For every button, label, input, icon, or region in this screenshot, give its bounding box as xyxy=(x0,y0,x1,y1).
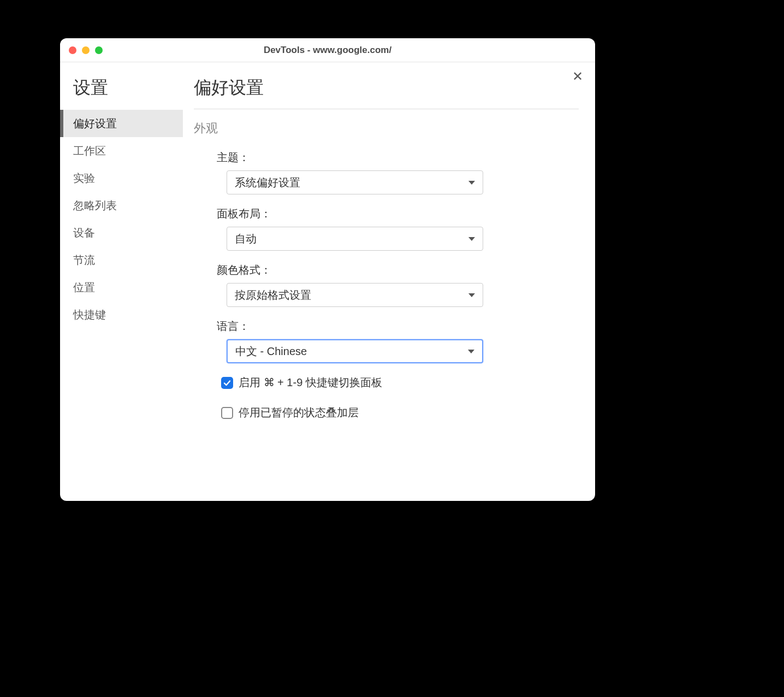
content: ✕ 设置 偏好设置 工作区 实验 忽略列表 设备 节流 位置 快捷键 偏好设置 … xyxy=(60,62,595,501)
sidebar-item-label: 实验 xyxy=(73,172,95,184)
language-select-value: 中文 - Chinese xyxy=(235,344,307,359)
checkbox-icon xyxy=(221,377,233,389)
checkbox-icon xyxy=(221,407,233,419)
sidebar-item-preferences[interactable]: 偏好设置 xyxy=(60,110,183,137)
sidebar-item-experiments[interactable]: 实验 xyxy=(60,164,183,192)
sidebar-item-label: 忽略列表 xyxy=(73,199,117,211)
sidebar-item-label: 工作区 xyxy=(73,145,106,157)
checkbox-disable-overlay[interactable]: 停用已暂停的状态叠加层 xyxy=(194,405,579,420)
language-label: 语言： xyxy=(217,319,579,334)
traffic-lights xyxy=(69,46,103,54)
chevron-down-icon xyxy=(468,293,475,297)
check-icon xyxy=(223,379,231,387)
devtools-settings-window: DevTools - www.google.com/ ✕ 设置 偏好设置 工作区… xyxy=(60,38,595,501)
window-maximize-button[interactable] xyxy=(95,46,103,54)
color-format-label: 颜色格式： xyxy=(217,263,579,277)
page-title: 偏好设置 xyxy=(194,76,579,100)
panel-layout-select-value: 自动 xyxy=(235,232,257,246)
theme-select-value: 系统偏好设置 xyxy=(235,175,300,190)
field-language: 语言： 中文 - Chinese xyxy=(194,319,579,363)
sidebar-item-label: 节流 xyxy=(73,254,95,266)
chevron-down-icon xyxy=(468,350,474,353)
theme-select[interactable]: 系统偏好设置 xyxy=(227,170,483,194)
panel-layout-label: 面板布局： xyxy=(217,206,579,221)
section-appearance-label: 外观 xyxy=(194,120,579,137)
sidebar-item-label: 快捷键 xyxy=(73,309,106,321)
sidebar-item-label: 位置 xyxy=(73,281,95,293)
checkbox-disable-overlay-label: 停用已暂停的状态叠加层 xyxy=(239,405,359,420)
chevron-down-icon xyxy=(468,181,475,185)
sidebar: 设置 偏好设置 工作区 实验 忽略列表 设备 节流 位置 快捷键 xyxy=(60,62,183,501)
theme-label: 主题： xyxy=(217,150,579,165)
sidebar-item-label: 设备 xyxy=(73,227,95,239)
sidebar-item-shortcuts[interactable]: 快捷键 xyxy=(60,301,183,328)
window-minimize-button[interactable] xyxy=(82,46,90,54)
sidebar-item-locations[interactable]: 位置 xyxy=(60,274,183,301)
titlebar: DevTools - www.google.com/ xyxy=(60,38,595,62)
window-close-button[interactable] xyxy=(69,46,76,54)
field-color-format: 颜色格式： 按原始格式设置 xyxy=(194,263,579,307)
main-panel: 偏好设置 外观 主题： 系统偏好设置 面板布局： 自动 颜色格式： xyxy=(183,62,595,501)
color-format-select-value: 按原始格式设置 xyxy=(235,288,311,303)
checkbox-enable-shortcut[interactable]: 启用 ⌘ + 1-9 快捷键切换面板 xyxy=(194,375,579,390)
panel-layout-select[interactable]: 自动 xyxy=(227,227,483,251)
window-title: DevTools - www.google.com/ xyxy=(60,45,595,56)
sidebar-item-devices[interactable]: 设备 xyxy=(60,219,183,246)
checkbox-enable-shortcut-label: 启用 ⌘ + 1-9 快捷键切换面板 xyxy=(239,375,382,390)
sidebar-item-label: 偏好设置 xyxy=(73,117,117,129)
chevron-down-icon xyxy=(468,237,475,241)
field-panel-layout: 面板布局： 自动 xyxy=(194,206,579,251)
close-icon[interactable]: ✕ xyxy=(572,70,583,83)
sidebar-item-ignore-list[interactable]: 忽略列表 xyxy=(60,192,183,219)
field-theme: 主题： 系统偏好设置 xyxy=(194,150,579,194)
language-select[interactable]: 中文 - Chinese xyxy=(227,339,483,363)
sidebar-item-throttling[interactable]: 节流 xyxy=(60,246,183,274)
divider xyxy=(194,109,579,109)
sidebar-item-workspace[interactable]: 工作区 xyxy=(60,137,183,164)
color-format-select[interactable]: 按原始格式设置 xyxy=(227,283,483,307)
sidebar-title: 设置 xyxy=(60,76,183,100)
